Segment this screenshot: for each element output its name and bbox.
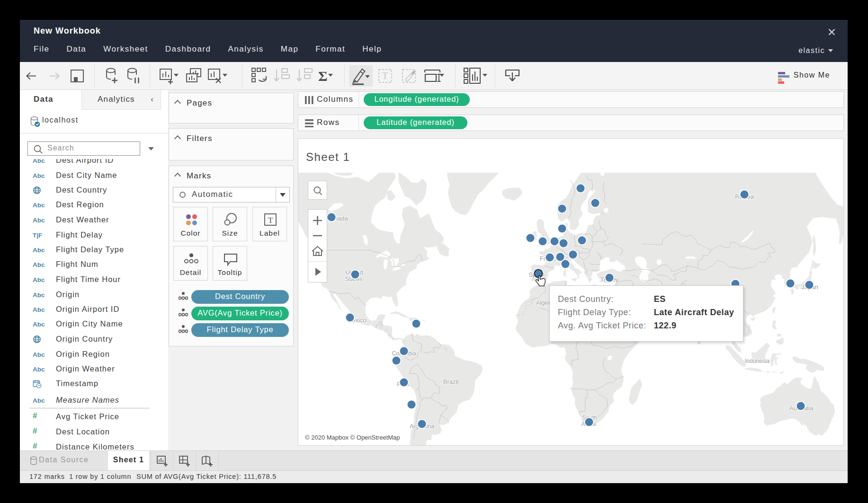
svg-text:Σ: Σ <box>318 68 328 84</box>
svg-text:T: T <box>382 71 388 81</box>
svg-text:T: T <box>268 216 273 225</box>
